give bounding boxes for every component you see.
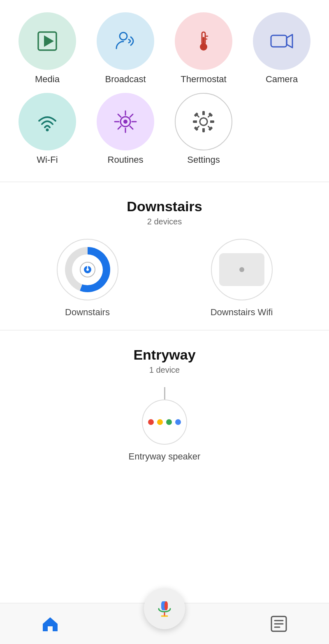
- shortcut-broadcast[interactable]: Broadcast: [97, 12, 154, 85]
- svg-rect-25: [210, 120, 214, 123]
- thermostat-dial-inner: [72, 254, 103, 285]
- dot-yellow: [157, 419, 163, 425]
- shortcut-camera[interactable]: Camera: [253, 12, 310, 85]
- entryway-speaker-label: Entryway speaker: [129, 451, 201, 462]
- dot-blue: [175, 419, 181, 425]
- wifi-icon: [35, 109, 60, 134]
- media-icon: [35, 29, 60, 53]
- downstairs-subtitle: 2 devices: [12, 217, 317, 226]
- speaker-stem: [164, 387, 165, 399]
- thermostat-dial-svg: [77, 259, 98, 280]
- downstairs-wifi-wrap: [211, 239, 273, 300]
- downstairs-devices: Downstairs Downstairs Wifi: [12, 239, 317, 318]
- home-icon: [41, 615, 59, 633]
- room-entryway: Entryway 1 device Entryway speaker: [0, 335, 329, 470]
- speaker-wrap: [142, 387, 187, 445]
- routines-label: Routines: [108, 155, 144, 165]
- svg-line-19: [118, 126, 121, 129]
- broadcast-label: Broadcast: [105, 74, 146, 85]
- downstairs-device-label: Downstairs: [65, 307, 110, 318]
- routines-circle: [97, 93, 154, 150]
- microphone-fab[interactable]: [144, 588, 185, 629]
- shortcuts-row-1: Media Broadcast: [8, 12, 321, 85]
- svg-rect-8: [271, 35, 287, 47]
- svg-rect-24: [193, 120, 197, 123]
- router-dot: [239, 267, 244, 272]
- svg-rect-23: [202, 128, 205, 132]
- router-box: [219, 253, 264, 286]
- entryway-title: Entryway: [12, 347, 317, 363]
- settings-label: Settings: [187, 155, 220, 165]
- shortcut-thermostat[interactable]: Thermostat: [175, 12, 232, 85]
- svg-point-10: [46, 129, 49, 132]
- divider-1: [0, 182, 329, 182]
- settings-circle: [175, 93, 232, 150]
- dot-red: [148, 419, 154, 425]
- home-nav-button[interactable]: [41, 615, 59, 633]
- svg-point-30: [200, 118, 207, 125]
- speaker-circle: [142, 399, 187, 445]
- svg-rect-22: [202, 111, 205, 115]
- routines-icon: [113, 109, 138, 134]
- svg-point-2: [120, 32, 127, 40]
- shortcut-settings[interactable]: Settings: [175, 93, 232, 165]
- shortcut-wifi[interactable]: Wi-Fi: [19, 93, 76, 165]
- shortcut-routines[interactable]: Routines: [97, 93, 154, 165]
- svg-line-18: [130, 114, 133, 117]
- wifi-label: Wi-Fi: [37, 155, 58, 165]
- camera-icon: [269, 29, 294, 53]
- camera-circle: [253, 12, 310, 70]
- routines-nav-button[interactable]: [270, 615, 288, 633]
- thermostat-label: Thermostat: [181, 74, 226, 85]
- device-downstairs-thermostat[interactable]: Downstairs: [16, 239, 158, 318]
- svg-line-17: [130, 126, 133, 129]
- svg-line-16: [118, 114, 121, 117]
- broadcast-icon: [113, 29, 138, 53]
- shortcut-media[interactable]: Media: [19, 12, 76, 85]
- room-downstairs: Downstairs 2 devices Downstairs: [0, 186, 329, 326]
- thermostat-dial-icon: [65, 247, 110, 292]
- svg-rect-39: [161, 601, 164, 610]
- svg-point-34: [86, 268, 89, 271]
- speaker-dots: [148, 419, 181, 425]
- dot-green: [166, 419, 172, 425]
- device-entryway-speaker[interactable]: Entryway speaker: [16, 387, 313, 462]
- shortcuts-row-2: Wi-Fi Routines: [8, 93, 321, 165]
- wifi-circle: [19, 93, 76, 150]
- downstairs-title: Downstairs: [12, 199, 317, 215]
- svg-point-5: [200, 43, 207, 51]
- router-icon: [219, 253, 264, 286]
- svg-marker-9: [287, 35, 292, 48]
- microphone-icon: [155, 600, 174, 618]
- list-icon: [270, 615, 288, 633]
- svg-rect-40: [164, 601, 168, 610]
- thermostat-circle: [175, 12, 232, 70]
- svg-marker-1: [44, 35, 54, 47]
- downstairs-thermostat-wrap: [57, 239, 118, 300]
- camera-label: Camera: [266, 74, 298, 85]
- media-circle: [19, 12, 76, 70]
- downstairs-wifi-label: Downstairs Wifi: [211, 307, 273, 318]
- broadcast-circle: [97, 12, 154, 70]
- settings-icon: [191, 109, 216, 134]
- media-label: Media: [35, 74, 60, 85]
- entryway-devices: Entryway speaker: [12, 387, 317, 462]
- divider-2: [0, 330, 329, 330]
- device-downstairs-wifi[interactable]: Downstairs Wifi: [171, 239, 313, 318]
- svg-point-20: [123, 120, 127, 124]
- entryway-subtitle: 1 device: [12, 365, 317, 375]
- shortcuts-section: Media Broadcast: [0, 0, 329, 178]
- thermostat-icon: [191, 29, 216, 53]
